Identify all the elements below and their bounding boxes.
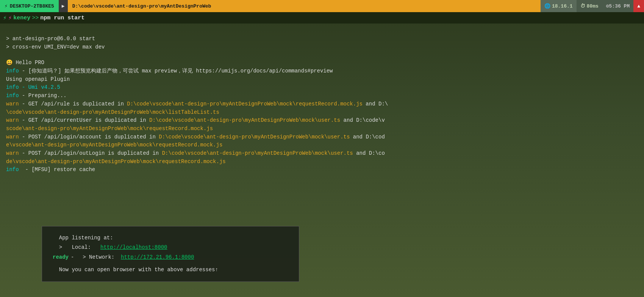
server-app-text: App listening at: xyxy=(53,233,113,243)
blank-line-1 xyxy=(6,27,638,35)
warn1-text: - GET /api/rule is duplicated in xyxy=(19,100,127,108)
warn1-label: warn xyxy=(6,100,19,108)
warn4-label: warn xyxy=(6,149,19,158)
prompt-lightning2-icon: ⚡ xyxy=(8,14,12,22)
server-line4: Now you can open browser with the above … xyxy=(53,265,288,275)
terminal-window: ⚡ DESKTOP-2TB8KE5 ▶ D:\code\vscode\ant-d… xyxy=(0,0,644,297)
server-line1: App listening at: xyxy=(53,233,288,243)
title-clock-segment: ⊙ 5:36 PM xyxy=(602,0,633,12)
ready-label-inline: ready xyxy=(53,253,69,262)
path-label: D:\code\vscode\ant-design-pro\myAntDesig… xyxy=(72,3,211,9)
info-text3: - Preparing... xyxy=(19,92,67,100)
warn1-path1: D:\code\vscode\ant-design-pro\myAntDesig… xyxy=(127,100,363,108)
server-local-prefix: > Local: xyxy=(53,243,100,252)
folder-icon: ▶ xyxy=(62,3,65,9)
server-info-box: App listening at: > Local: http://localh… xyxy=(42,226,299,282)
title-path-segment: D:\code\vscode\ant-design-pro\myAntDesig… xyxy=(68,0,541,12)
title-bar: ⚡ DESKTOP-2TB8KE5 ▶ D:\code\vscode\ant-d… xyxy=(0,0,644,12)
warn-line4-b: de\vscode\ant-design-pro\myAntDesignProW… xyxy=(6,158,638,166)
blank-line-2 xyxy=(6,51,638,59)
output-line2: > cross-env UMI_ENV=dev max dev xyxy=(6,43,638,52)
warn-line1-b: \code\vscode\ant-design-pro\myAntDesignP… xyxy=(6,108,638,117)
prompt-bar: ⚡ ⚡ keney >> npm run start xyxy=(0,12,644,24)
output-line2-text: > cross-env UMI_ENV=dev max dev xyxy=(6,43,105,52)
server-network-prefix: > Network: xyxy=(76,253,121,262)
prompt-lightning1-icon: ⚡ xyxy=(3,14,7,22)
info-label1: info xyxy=(6,67,19,75)
warn3-label: warn xyxy=(6,133,19,141)
warn2-path1: D:\code\vscode\ant-design-pro\myAntDesig… xyxy=(149,116,340,125)
warn2-label: warn xyxy=(6,116,19,125)
server-local-link[interactable]: http://localhost:8000 xyxy=(100,243,167,252)
title-alert-segment: ▲ xyxy=(633,0,644,12)
lightning-icon1: ⚡ xyxy=(5,3,8,9)
warn3-path2: e\vscode\ant-design-pro\myAntDesignProWe… xyxy=(6,141,222,149)
warn-line1-a: warn - GET /api/rule is duplicated in D:… xyxy=(6,100,638,108)
desktop-label: DESKTOP-2TB8KE5 xyxy=(10,3,54,9)
output-line1: > ant-design-pro@6.0.0 start xyxy=(6,35,638,43)
server-line3: ready - > Network: http://172.21.96.1:80… xyxy=(53,253,288,262)
warn4-and: and D:\co xyxy=(353,149,385,158)
hello-face-icon: 😀 xyxy=(6,59,13,67)
warn2-path2: scode\ant-design-pro\myAntDesignProWeb\m… xyxy=(6,125,213,133)
warn-line3-a: warn - POST /api/login/account is duplic… xyxy=(6,133,638,141)
warn-line4-a: warn - POST /api/login/outLogin is dupli… xyxy=(6,149,638,158)
warn2-text: - GET /api/currentUser is duplicated in xyxy=(19,116,149,125)
info-line4: info - [MFSU] restore cache xyxy=(6,166,638,174)
globe-icon: 🌐 xyxy=(544,3,550,9)
server-network-link[interactable]: http://172.21.96.1:8000 xyxy=(121,253,194,262)
info-label3: info xyxy=(6,92,19,100)
alert-icon: ▲ xyxy=(637,3,640,9)
hello-line: 😀 Hello PRO xyxy=(6,59,638,67)
title-timer-segment: ⏱ 80ms xyxy=(577,0,602,12)
warn-line3-b: e\vscode\ant-design-pro\myAntDesignProWe… xyxy=(6,141,638,149)
info-text2: - Umi v4.2.5 xyxy=(19,83,60,92)
warn-line2-a: warn - GET /api/currentUser is duplicate… xyxy=(6,116,638,125)
info-text1: - [你知道吗？] 如果想预览构建后产物，可尝试 max preview，详见 … xyxy=(19,67,333,75)
warn4-text: - POST /api/login/outLogin is duplicated… xyxy=(19,149,162,158)
title-arrow-segment: ▶ xyxy=(59,0,68,12)
openapi-line: Using openapi Plugin xyxy=(6,75,638,84)
info-label4: info xyxy=(6,166,19,174)
info-line1: info - [你知道吗？] 如果想预览构建后产物，可尝试 max previe… xyxy=(6,67,638,75)
node-version: 18.16.1 xyxy=(552,3,573,9)
clock-icon: ⊙ xyxy=(606,3,609,9)
openapi-text: Using openapi Plugin xyxy=(6,75,70,84)
warn3-and: and D:\cod xyxy=(350,133,385,141)
warn4-path2: de\vscode\ant-design-pro\myAntDesignProW… xyxy=(6,158,226,166)
info-line3: info - Preparing... xyxy=(6,92,638,100)
info-label2: info xyxy=(6,83,19,92)
info-text4: - [MFSU] restore cache xyxy=(19,166,95,174)
prompt-user: keney xyxy=(13,15,30,21)
info-line2: info - Umi v4.2.5 xyxy=(6,83,638,92)
server-line2: > Local: http://localhost:8000 xyxy=(53,243,288,252)
title-desktop-segment: ⚡ DESKTOP-2TB8KE5 xyxy=(0,0,59,12)
warn1-path2: \code\vscode\ant-design-pro\myAntDesignP… xyxy=(6,108,219,117)
output-line1-text: > ant-design-pro@6.0.0 start xyxy=(6,35,95,43)
warn1-and: and D:\ xyxy=(363,100,388,108)
ready-dash: - xyxy=(71,253,74,262)
warn-line2-b: scode\ant-design-pro\myAntDesignProWeb\m… xyxy=(6,125,638,133)
warn2-and: and D:\code\v xyxy=(340,116,385,125)
content-area: > ant-design-pro@6.0.0 start > cross-env… xyxy=(0,24,644,297)
server-open-browser-text: Now you can open browser with the above … xyxy=(53,265,218,275)
warn4-path1: D:\code\vscode\ant-design-pro\myAntDesig… xyxy=(162,149,353,158)
clock-time: 5:36 PM xyxy=(609,3,630,9)
warn3-text: - POST /api/login/account is duplicated … xyxy=(19,133,159,141)
prompt-command: npm run start xyxy=(40,15,84,21)
warn3-path1: D:\code\vscode\ant-design-pro\myAntDesig… xyxy=(159,133,350,141)
prompt-chevrons: >> xyxy=(32,15,39,21)
timer-icon: ⏱ xyxy=(580,3,585,9)
hello-text: Hello PRO xyxy=(13,59,44,67)
title-node-segment: 🌐 18.16.1 xyxy=(541,0,577,12)
timer-label: 80ms xyxy=(587,3,599,9)
